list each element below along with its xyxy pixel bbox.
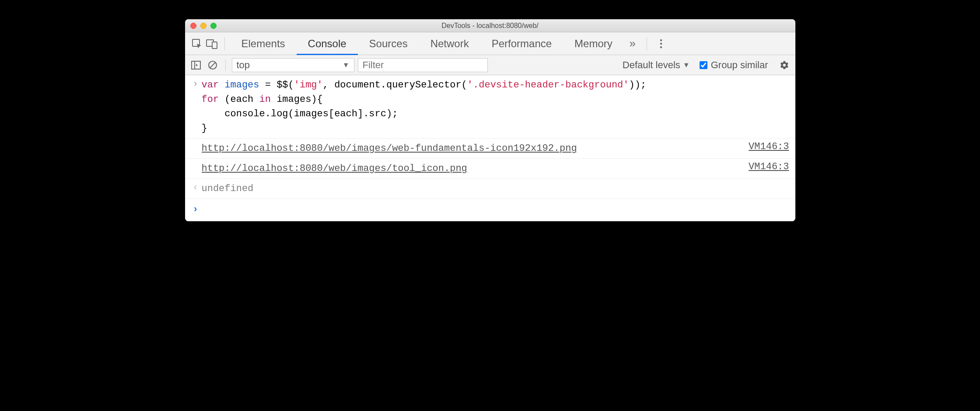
chevron-down-icon: ▼ [343,61,350,69]
levels-label: Default levels [623,59,680,71]
svg-point-5 [660,46,662,48]
device-toolbar-icon[interactable] [204,38,219,49]
inspect-element-icon[interactable] [189,38,204,49]
log-message: http://localhost:8080/web/images/web-fun… [202,141,742,156]
prompt-chevron-icon: › [189,203,202,215]
console-log-row: http://localhost:8080/web/images/tool_ic… [185,159,795,179]
input-chevron-icon: › [189,78,202,90]
console-toolbar: top ▼ Default levels ▼ Group similar [185,55,795,75]
chevron-down-icon: ▼ [683,61,690,69]
group-similar-toggle[interactable]: Group similar [700,59,768,71]
tab-performance[interactable]: Performance [480,32,563,55]
tab-network[interactable]: Network [419,32,480,55]
log-source-link[interactable]: VM146:3 [742,141,789,152]
execution-context-select[interactable]: top ▼ [232,58,354,72]
log-levels-select[interactable]: Default levels ▼ [623,59,690,71]
chevron-double-right-icon: » [630,37,636,50]
traffic-lights [190,23,217,29]
log-message: http://localhost:8080/web/images/tool_ic… [202,161,742,176]
window-title: DevTools - localhost:8080/web/ [441,22,538,30]
tab-memory[interactable]: Memory [563,32,624,55]
kebab-menu-icon[interactable] [652,38,670,49]
console-return-row: ‹ undefined [185,179,795,199]
devtools-window: DevTools - localhost:8080/web/ ElementsC… [185,19,795,221]
log-url-link[interactable]: http://localhost:8080/web/images/web-fun… [202,143,577,154]
log-source-link[interactable]: VM146:3 [742,161,789,172]
more-tabs-button[interactable]: » [624,37,641,50]
context-select-value: top [237,59,250,71]
svg-line-9 [210,63,215,68]
main-tabstrip: ElementsConsoleSourcesNetworkPerformance… [185,32,795,55]
divider [647,37,647,50]
svg-point-3 [660,39,662,41]
gutter [189,141,202,142]
filter-input[interactable] [358,58,488,72]
svg-rect-2 [212,42,217,49]
return-chevron-icon: ‹ [189,181,202,193]
svg-point-4 [660,42,662,44]
console-input-row: › var images = $$('img', document.queryS… [185,75,795,139]
tabs: ElementsConsoleSourcesNetworkPerformance… [230,32,624,55]
console-settings-icon[interactable] [778,59,791,72]
gutter [189,161,202,162]
close-icon[interactable] [190,23,196,29]
tab-console[interactable]: Console [297,32,358,55]
console-input[interactable]: var images = $$('img', document.querySel… [202,78,789,136]
group-similar-label: Group similar [711,59,768,71]
zoom-icon[interactable] [210,23,217,29]
titlebar[interactable]: DevTools - localhost:8080/web/ [185,19,795,32]
group-similar-checkbox[interactable] [700,61,707,69]
console-body: › var images = $$('img', document.queryS… [185,75,795,221]
console-prompt-row[interactable]: › [185,199,795,221]
tab-elements[interactable]: Elements [230,32,297,55]
log-url-link[interactable]: http://localhost:8080/web/images/tool_ic… [202,163,467,174]
return-value: undefined [202,181,789,196]
clear-console-icon[interactable] [206,59,219,72]
minimize-icon[interactable] [200,23,206,29]
divider [225,59,226,71]
tab-sources[interactable]: Sources [358,32,419,55]
toggle-console-sidebar-icon[interactable] [189,59,203,72]
console-log-row: http://localhost:8080/web/images/web-fun… [185,139,795,159]
divider [224,37,225,50]
